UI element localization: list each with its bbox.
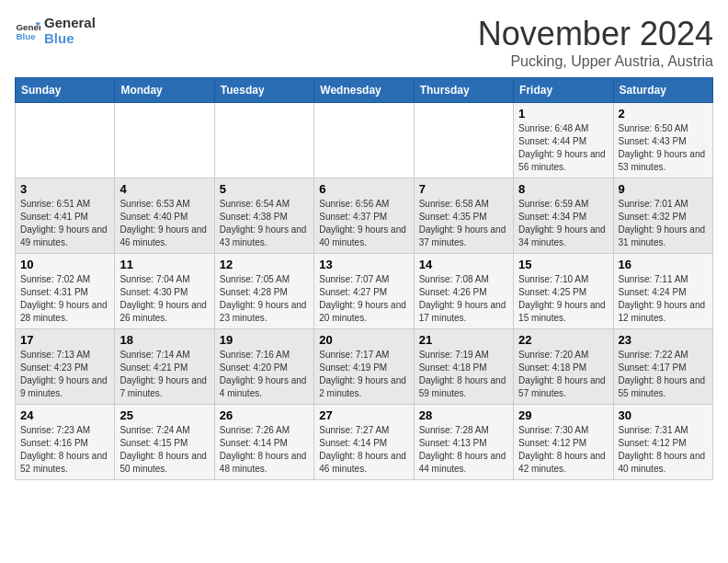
day-number: 8 [518,182,608,196]
day-info: Sunrise: 7:11 AM Sunset: 4:24 PM Dayligh… [619,273,708,325]
calendar-cell: 1Sunrise: 6:48 AM Sunset: 4:44 PM Daylig… [514,103,613,178]
calendar-cell: 21Sunrise: 7:19 AM Sunset: 4:18 PM Dayli… [414,329,513,405]
day-info: Sunrise: 7:07 AM Sunset: 4:27 PM Dayligh… [319,273,408,325]
logo-line2: Blue [44,30,96,46]
calendar-cell: 25Sunrise: 7:24 AM Sunset: 4:15 PM Dayli… [115,405,214,480]
day-info: Sunrise: 7:10 AM Sunset: 4:25 PM Dayligh… [518,273,608,325]
logo: General Blue General Blue [15,15,96,46]
day-info: Sunrise: 7:16 AM Sunset: 4:20 PM Dayligh… [220,349,309,400]
logo-line1: General [44,15,96,30]
calendar-cell: 10Sunrise: 7:02 AM Sunset: 4:31 PM Dayli… [16,254,115,329]
day-info: Sunrise: 7:04 AM Sunset: 4:30 PM Dayligh… [119,273,209,325]
calendar-cell: 19Sunrise: 7:16 AM Sunset: 4:20 PM Dayli… [214,329,313,405]
month-title: November 2024 [478,15,713,53]
day-number: 27 [319,408,408,422]
day-info: Sunrise: 7:19 AM Sunset: 4:18 PM Dayligh… [419,349,508,400]
calendar-cell: 11Sunrise: 7:04 AM Sunset: 4:30 PM Dayli… [115,254,214,329]
day-number: 10 [20,258,109,271]
calendar-cell: 18Sunrise: 7:14 AM Sunset: 4:21 PM Dayli… [115,329,214,405]
calendar-cell: 17Sunrise: 7:13 AM Sunset: 4:23 PM Dayli… [16,329,115,405]
calendar-cell: 20Sunrise: 7:17 AM Sunset: 4:19 PM Dayli… [314,329,414,405]
day-number: 19 [220,333,309,347]
day-number: 3 [20,182,109,196]
calendar-cell: 22Sunrise: 7:20 AM Sunset: 4:18 PM Dayli… [514,329,613,405]
day-number: 22 [518,333,608,347]
day-info: Sunrise: 7:08 AM Sunset: 4:26 PM Dayligh… [419,273,508,325]
calendar-cell: 30Sunrise: 7:31 AM Sunset: 4:12 PM Dayli… [613,405,712,480]
day-number: 16 [619,258,708,271]
weekday-header-sunday: Sunday [16,78,115,103]
weekday-header-tuesday: Tuesday [214,78,313,103]
weekday-header-friday: Friday [514,78,613,103]
day-info: Sunrise: 6:53 AM Sunset: 4:40 PM Dayligh… [119,198,209,249]
day-number: 12 [220,258,309,271]
header: General Blue General Blue November 2024 … [15,15,713,70]
day-number: 28 [419,408,508,422]
day-info: Sunrise: 7:26 AM Sunset: 4:14 PM Dayligh… [220,424,309,476]
weekday-header-monday: Monday [115,78,214,103]
calendar-body: 1Sunrise: 6:48 AM Sunset: 4:44 PM Daylig… [16,103,713,480]
calendar-cell: 28Sunrise: 7:28 AM Sunset: 4:13 PM Dayli… [414,405,513,480]
calendar-cell [414,103,513,178]
day-number: 24 [20,408,109,422]
calendar-cell: 4Sunrise: 6:53 AM Sunset: 4:40 PM Daylig… [115,178,214,254]
day-number: 5 [220,182,309,196]
calendar-cell: 27Sunrise: 7:27 AM Sunset: 4:14 PM Dayli… [314,405,414,480]
day-number: 11 [119,258,209,271]
title-area: November 2024 Pucking, Upper Austria, Au… [478,15,713,70]
weekday-header-saturday: Saturday [613,78,712,103]
day-info: Sunrise: 7:24 AM Sunset: 4:15 PM Dayligh… [119,424,209,476]
calendar-cell: 3Sunrise: 6:51 AM Sunset: 4:41 PM Daylig… [16,178,115,254]
calendar-cell: 15Sunrise: 7:10 AM Sunset: 4:25 PM Dayli… [514,254,613,329]
calendar-cell [314,103,414,178]
day-number: 26 [220,408,309,422]
calendar-cell: 23Sunrise: 7:22 AM Sunset: 4:17 PM Dayli… [613,329,712,405]
calendar-cell: 12Sunrise: 7:05 AM Sunset: 4:28 PM Dayli… [214,254,313,329]
day-info: Sunrise: 6:48 AM Sunset: 4:44 PM Dayligh… [518,122,608,174]
day-number: 15 [518,258,608,271]
day-info: Sunrise: 6:58 AM Sunset: 4:35 PM Dayligh… [419,198,508,249]
day-number: 23 [619,333,708,347]
day-info: Sunrise: 7:31 AM Sunset: 4:12 PM Dayligh… [619,424,708,476]
calendar-cell [214,103,313,178]
calendar-cell: 5Sunrise: 6:54 AM Sunset: 4:38 PM Daylig… [214,178,313,254]
svg-text:Blue: Blue [16,31,36,41]
calendar-cell: 16Sunrise: 7:11 AM Sunset: 4:24 PM Dayli… [613,254,712,329]
day-info: Sunrise: 7:30 AM Sunset: 4:12 PM Dayligh… [518,424,608,476]
day-info: Sunrise: 7:20 AM Sunset: 4:18 PM Dayligh… [518,349,608,400]
day-number: 25 [119,408,209,422]
day-number: 7 [419,182,508,196]
calendar-cell [16,103,115,178]
week-row-0: 1Sunrise: 6:48 AM Sunset: 4:44 PM Daylig… [16,103,713,178]
day-number: 2 [619,107,708,121]
day-number: 20 [319,333,408,347]
calendar-cell: 6Sunrise: 6:56 AM Sunset: 4:37 PM Daylig… [314,178,414,254]
weekday-header-wednesday: Wednesday [314,78,414,103]
logo-icon: General Blue [15,17,40,43]
calendar-cell [115,103,214,178]
calendar-cell: 14Sunrise: 7:08 AM Sunset: 4:26 PM Dayli… [414,254,513,329]
day-info: Sunrise: 7:23 AM Sunset: 4:16 PM Dayligh… [20,424,109,476]
calendar-cell: 2Sunrise: 6:50 AM Sunset: 4:43 PM Daylig… [613,103,712,178]
day-info: Sunrise: 7:22 AM Sunset: 4:17 PM Dayligh… [619,349,708,400]
day-info: Sunrise: 7:13 AM Sunset: 4:23 PM Dayligh… [20,349,109,400]
day-number: 17 [20,333,109,347]
week-row-4: 24Sunrise: 7:23 AM Sunset: 4:16 PM Dayli… [16,405,713,480]
day-info: Sunrise: 6:54 AM Sunset: 4:38 PM Dayligh… [220,198,309,249]
day-info: Sunrise: 6:59 AM Sunset: 4:34 PM Dayligh… [518,198,608,249]
day-number: 18 [119,333,209,347]
calendar-cell: 29Sunrise: 7:30 AM Sunset: 4:12 PM Dayli… [514,405,613,480]
day-info: Sunrise: 7:17 AM Sunset: 4:19 PM Dayligh… [319,349,408,400]
calendar-cell: 24Sunrise: 7:23 AM Sunset: 4:16 PM Dayli… [16,405,115,480]
day-info: Sunrise: 7:14 AM Sunset: 4:21 PM Dayligh… [119,349,209,400]
day-number: 1 [518,107,608,121]
day-number: 4 [119,182,209,196]
calendar-cell: 7Sunrise: 6:58 AM Sunset: 4:35 PM Daylig… [414,178,513,254]
day-info: Sunrise: 6:50 AM Sunset: 4:43 PM Dayligh… [619,122,708,174]
calendar-header-row: SundayMondayTuesdayWednesdayThursdayFrid… [16,78,713,103]
day-number: 14 [419,258,508,271]
week-row-2: 10Sunrise: 7:02 AM Sunset: 4:31 PM Dayli… [16,254,713,329]
weekday-header-thursday: Thursday [414,78,513,103]
day-number: 29 [518,408,608,422]
day-info: Sunrise: 6:51 AM Sunset: 4:41 PM Dayligh… [20,198,109,249]
